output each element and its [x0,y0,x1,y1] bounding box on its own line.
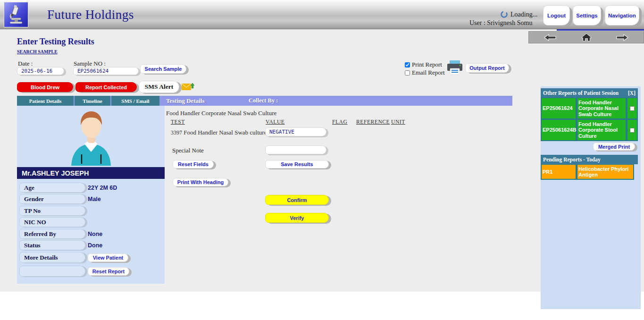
sample-no-input[interactable] [77,68,134,74]
report-collected-button[interactable]: Report Collected [75,82,137,92]
field-label-nic-no: NIC NO [19,217,85,227]
print-report-option: Print Report [405,61,442,68]
report-test-name[interactable]: Food Handler Corporate Stool Culture [577,119,627,141]
field-value-status: Done [88,242,102,249]
report-select-cell [627,98,638,119]
collect-by-label: Collect By : [249,96,278,106]
test-row-label: 3397 Food Handler Nasal Swab culture [171,129,267,136]
date-input-wrap [17,67,64,75]
page-title: Enter Testing Results [17,37,94,47]
settings-button[interactable]: Settings [573,5,601,25]
column-header-value: VALUE [266,119,284,125]
patient-panel: Mr.ASHLEY JOSEPH Age 22Y 2M 6D Gender Ma… [17,106,165,284]
pending-report-row[interactable]: PR1 Helicobacter Phylori Antigen [541,164,638,180]
column-header-unit: UNIT [391,119,405,125]
test-value-input-wrap [265,127,326,136]
loading-text: Loading... [510,11,537,18]
other-reports-header: Other Reports of Patient Session [X] [541,88,638,98]
save-results-button[interactable]: Save Results [265,160,329,168]
tab-timeline[interactable]: Timeline [75,96,111,106]
sample-no-input-wrap [73,67,139,75]
field-label-empty [19,266,85,277]
browser-nav-bar [528,31,644,43]
email-report-checkbox[interactable] [405,70,410,76]
blood-drew-button[interactable]: Blood Drew [17,82,73,92]
header-accent-line [557,29,644,31]
date-input[interactable] [21,68,60,74]
report-sample-no[interactable]: EP25061624 [541,98,577,119]
app-logo [4,2,28,27]
field-label-age: Age [19,183,85,193]
forward-arrow-icon[interactable] [616,34,628,41]
search-sample-button[interactable]: Search Sample [140,64,186,74]
testing-details-heading: Testing Details [166,96,205,106]
sms-alert-button[interactable]: SMS Alert [139,81,179,93]
report-sample-no[interactable]: EP25061624B [541,119,577,141]
reset-report-button[interactable]: Reset Report [88,267,129,276]
other-reports-title: Other Reports of Patient Session [543,90,619,96]
field-value-age: 22Y 2M 6D [88,185,117,191]
test-code: 3397 [171,129,182,136]
close-panel-button[interactable]: [X] [628,90,636,96]
user-label: User : Srivignesh Somu [469,19,532,27]
field-label-tp-no: TP No [19,206,85,216]
other-report-row[interactable]: EP25061624 Food Handler Corporate Nasal … [541,98,638,119]
search-sample-link[interactable]: SEARCH SAMPLE [17,49,58,54]
verify-button[interactable]: Verify [265,213,329,223]
pending-reports-header: Pending Reports - Today [541,155,638,164]
navigation-button[interactable]: Navigation [605,5,639,25]
merged-print-button[interactable]: Merged Print [593,143,635,151]
pending-report-id[interactable]: PR1 [541,164,577,180]
home-icon[interactable] [581,34,592,42]
app-header: Future Holdings Loading... User : Srivig… [0,0,644,29]
special-note-input-wrap [265,145,326,154]
other-report-row[interactable]: EP25061624B Food Handler Corporate Stool… [541,119,638,141]
test-value-input[interactable] [269,129,322,135]
report-select-cell [627,119,638,141]
logout-button[interactable]: Logout [543,5,570,25]
print-report-checkbox[interactable] [405,62,410,67]
email-report-label: Email Report [412,69,445,76]
field-label-referred-by: Referred By [19,229,85,239]
spinner-icon [500,10,508,18]
date-label: Date : [18,60,33,67]
report-test-name[interactable]: Food Handler Corporate Nasal Swab Cultur… [577,98,627,119]
printer-icon[interactable] [446,59,463,76]
field-label-gender: Gender [19,194,85,204]
test-name: Food Handler Nasal Swab culture [184,129,267,136]
send-email-icon[interactable] [182,82,195,91]
view-patient-button[interactable]: View Patient [88,253,128,262]
back-arrow-icon[interactable] [544,34,556,41]
reset-fields-button[interactable]: Reset Fields [173,160,214,168]
report-select-checkbox[interactable] [630,106,635,111]
app-title: Future Holdings [47,8,134,22]
microscope-icon [7,5,25,25]
field-label-status: Status [19,240,85,250]
print-report-label: Print Report [412,61,442,68]
tab-patient-details[interactable]: Patient Details [17,96,75,106]
tab-sms-email[interactable]: SMS / Email [111,96,160,106]
sample-no-label: Sample NO : [74,60,106,67]
field-label-more-details: More Details [19,252,85,263]
report-select-checkbox[interactable] [630,128,635,133]
column-header-flag: FLAG [332,119,347,125]
loading-indicator: Loading... [500,10,537,18]
app-window: Future Holdings Loading... User : Srivig… [0,0,644,320]
patient-avatar [57,108,125,166]
field-value-referred-by: None [88,231,102,237]
print-with-heading-button[interactable]: Print With Heading [173,178,228,186]
email-report-option: Email Report [405,69,445,76]
special-note-label: Special Note [172,147,204,154]
column-header-reference: REFERENCE [356,119,390,125]
field-value-gender: Male [88,196,101,202]
patient-name: Mr.ASHLEY JOSEPH [17,167,165,179]
confirm-button[interactable]: Confirm [265,195,329,205]
output-report-button[interactable]: Output Report [465,63,509,73]
column-header-test: TEST [171,119,185,125]
pending-reports-title: Pending Reports - Today [543,157,601,162]
reports-sidebar: Other Reports of Patient Session [X] EP2… [541,86,641,309]
special-note-input[interactable] [269,147,322,153]
pending-report-test[interactable]: Helicobacter Phylori Antigen [577,164,634,180]
test-panel-title: Food Handler Corporate Nasal Swab Cultur… [166,109,276,117]
